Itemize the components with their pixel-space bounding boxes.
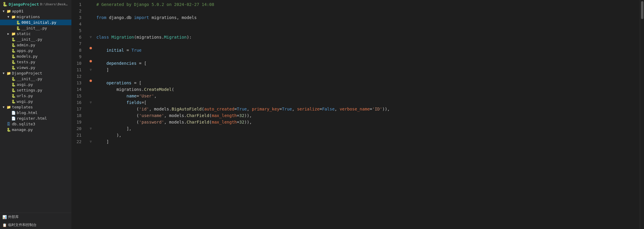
code-line-14: 14 migrations.CreateModel( [71,86,640,93]
sidebar-label-asgi: asgi.py [16,82,71,87]
code-line-21: 21 ), [71,132,640,138]
sidebar-label-app01: app01 [11,9,71,13]
code-line-2: 2 [71,8,640,14]
code-editor[interactable]: 1 # Generated by Django 5.0.2 on 2024-02… [71,0,640,229]
line-num-17: 17 [71,106,86,112]
gutter-22: ▽ [86,138,95,145]
sidebar-item-db[interactable]: 🗄 db.sqlite3 [0,121,71,127]
arrow-static: ▶ [6,32,11,35]
sidebar-label-urls: urls.py [16,94,71,98]
code-line-8: 8 initial = True [71,47,640,53]
sidebar-label-wsgi: wsgi.py [16,99,71,104]
line-num-22: 22 [71,138,86,145]
line-num-16: 16 [71,99,86,106]
sidebar-footer: 📊 外部库 📋 临时文件和控制台 [0,213,71,229]
scrollbar-thumb[interactable] [641,1,643,19]
line-code-22: ] [95,138,640,145]
sidebar-label-settings: settings.py [16,88,71,92]
scratch-label: 临时文件和控制台 [8,222,37,228]
folder-static-icon: 📁 [11,32,16,36]
sidebar-item-tests[interactable]: 🐍 tests.py [0,59,71,65]
code-line-12: 12 [71,73,640,80]
gutter-6: ▽ [86,34,95,40]
sidebar-label-views: views.py [16,65,71,70]
code-line-4: 4 [71,21,640,27]
sidebar-item-0001-initial[interactable]: 🐍 0001_initial.py [0,20,71,25]
sidebar-item-templates[interactable]: ▼ 📁 templates [0,104,71,110]
code-line-22: 22 ▽ ] [71,138,640,145]
sidebar-ext-lib[interactable]: 📊 外部库 [0,213,71,221]
line-num-6: 6 [71,34,86,40]
html-blog-icon: 📄 [11,111,16,115]
code-line-9: 9 [71,53,640,60]
sidebar-label-tests: tests.py [16,60,71,64]
sidebar-item-models[interactable]: 🐍 models.py [0,53,71,59]
sidebar-item-init-app[interactable]: 🐍 __init__.py [0,37,71,42]
py-0001-icon: 🐍 [15,20,21,25]
sidebar-header: 🐍 DjangoProject D:\Users\Desktop\ [0,0,71,8]
sidebar-item-register[interactable]: 📄 register.html [0,116,71,121]
code-line-18: 18 ('username', models.CharField(max_len… [71,112,640,119]
arrow-templates: ▼ [1,105,6,109]
sidebar-item-migrations[interactable]: ▼ 📁 migrations [0,14,71,20]
sidebar-label-register: register.html [16,116,71,121]
sidebar-item-blog[interactable]: 📄 blog.html [0,110,71,116]
folder-app01-icon: 📁 [6,9,11,13]
django-icon: 🐍 [2,2,7,7]
sidebar-item-app01[interactable]: ▼ 📁 app01 [0,8,71,14]
sidebar-label-admin: admin.py [16,43,71,47]
code-line-15: 15 name='User', [71,93,640,99]
line-num-3: 3 [71,14,86,21]
code-line-6: 6 ▽ class Migration(migrations.Migration… [71,34,640,40]
code-line-11: 11 ▽ ] [71,67,640,73]
breakpoint-13[interactable] [90,80,92,82]
folder-templates-icon: 📁 [6,105,11,109]
sidebar-item-manage[interactable]: 🐍 manage.py [0,127,71,132]
sidebar-item-urls[interactable]: 🐍 urls.py [0,93,71,99]
sidebar-item-wsgi[interactable]: 🐍 wsgi.py [0,99,71,104]
sidebar-label-djangoproject: DjangoProject [11,71,71,75]
line-code-11: ] [95,67,640,73]
sidebar-item-init-dj[interactable]: 🐍 __init__.py [0,76,71,82]
gutter-arrow-22: ▽ [90,138,92,145]
line-code-20: ], [95,125,640,132]
sidebar-item-views[interactable]: 🐍 views.py [0,65,71,70]
line-code-10: dependencies = [ [95,60,640,67]
breakpoint-8[interactable] [90,47,92,49]
line-num-12: 12 [71,73,86,80]
code-area: 1 # Generated by Django 5.0.2 on 2024-02… [71,0,640,146]
line-num-11: 11 [71,67,86,73]
gutter-arrow-11: ▽ [90,67,92,73]
sidebar-item-apps[interactable]: 🐍 apps.py [0,48,71,53]
code-line-17: 17 ('id', models.BigAutoField(auto_creat… [71,106,640,112]
line-code-17: ('id', models.BigAutoField(auto_created=… [95,106,640,112]
line-code-14: migrations.CreateModel( [95,86,640,93]
gutter-16: ▽ [86,99,95,106]
sidebar-item-admin[interactable]: 🐍 admin.py [0,42,71,48]
sidebar-scratch[interactable]: 📋 临时文件和控制台 [0,221,71,229]
line-num-5: 5 [71,27,86,34]
project-title: DjangoProject [9,2,39,7]
py-settings-icon: 🐍 [11,88,16,92]
scrollbar-track[interactable] [640,0,644,229]
line-num-9: 9 [71,53,86,60]
sidebar-label-templates: templates [11,105,71,109]
sidebar-label-models: models.py [16,54,71,59]
sidebar-item-settings[interactable]: 🐍 settings.py [0,87,71,93]
sidebar-item-static[interactable]: ▶ 📁 static [0,31,71,37]
code-line-7: 7 [71,40,640,47]
sidebar-item-asgi[interactable]: 🐍 asgi.py [0,82,71,87]
scratch-icon: 📋 [2,223,7,227]
sidebar-item-djangoproject[interactable]: ▼ 📁 DjangoProject [0,70,71,76]
line-num-18: 18 [71,112,86,119]
sidebar-label-0001: 0001_initial.py [21,20,71,25]
line-code-8: initial = True [95,47,640,53]
sidebar-label-apps: apps.py [16,48,71,53]
folder-migrations-icon: 📁 [11,15,16,19]
gutter-10 [86,60,95,62]
py-wsgi-icon: 🐍 [11,100,16,104]
gutter-arrow-16: ▽ [90,99,92,106]
sidebar-item-init-migrations[interactable]: 🐍 __init__.py [0,25,71,31]
py-urls-icon: 🐍 [11,94,16,98]
breakpoint-10[interactable] [90,60,92,62]
